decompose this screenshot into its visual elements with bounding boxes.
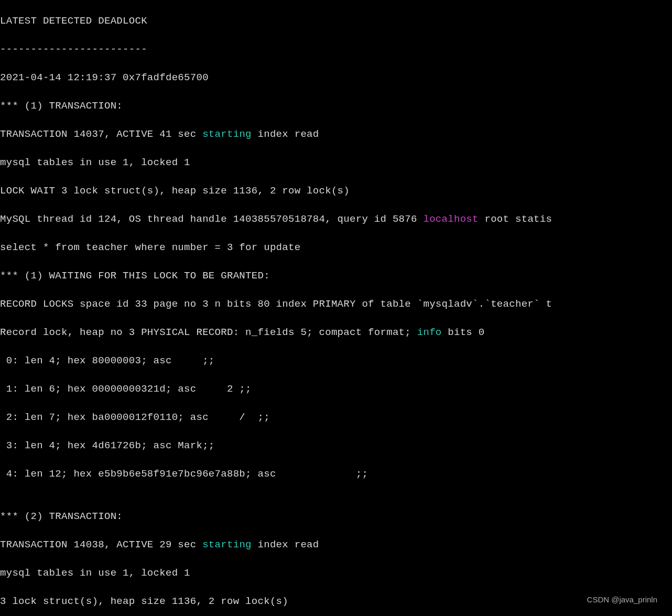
tx1-waiting-header: *** (1) WAITING FOR THIS LOCK TO BE GRAN… xyxy=(0,269,672,283)
keyword-info: info xyxy=(417,327,442,338)
keyword-starting: starting xyxy=(202,128,252,140)
tx1-field-0: 0: len 4; hex 80000003; asc ;; xyxy=(0,354,672,368)
tx1-header: *** (1) TRANSACTION: xyxy=(0,99,672,113)
tx1-field-1: 1: len 6; hex 00000000321d; asc 2 ;; xyxy=(0,382,672,396)
tx1-field-3: 3: len 4; hex 4d61726b; asc Mark;; xyxy=(0,439,672,453)
tx1-lockwait: LOCK WAIT 3 lock struct(s), heap size 11… xyxy=(0,184,672,198)
tx1-record-locks: RECORD LOCKS space id 33 page no 3 n bit… xyxy=(0,297,672,311)
terminal-output: LATEST DETECTED DEADLOCK ---------------… xyxy=(0,0,672,616)
timestamp-line: 2021-04-14 12:19:37 0x7fadfde65700 xyxy=(0,71,672,85)
tx1-thread: MySQL thread id 124, OS thread handle 14… xyxy=(0,212,672,226)
tx1-field-4: 4: len 12; hex e5b9b6e58f91e7bc96e7a88b;… xyxy=(0,467,672,481)
sep-line: ------------------------ xyxy=(0,42,672,57)
header-line: LATEST DETECTED DEADLOCK xyxy=(0,14,672,28)
tx1-active: TRANSACTION 14037, ACTIVE 41 sec startin… xyxy=(0,127,672,142)
tx1-record-lock-detail: Record lock, heap no 3 PHYSICAL RECORD: … xyxy=(0,326,672,340)
tx1-tables: mysql tables in use 1, locked 1 xyxy=(0,156,672,170)
tx2-tables: mysql tables in use 1, locked 1 xyxy=(0,566,672,580)
tx1-field-2: 2: len 7; hex ba0000012f0110; asc / ;; xyxy=(0,410,672,425)
keyword-localhost: localhost xyxy=(423,213,478,225)
watermark: CSDN @java_prinln xyxy=(587,592,657,607)
keyword-starting: starting xyxy=(202,539,252,550)
tx2-lockstruct: 3 lock struct(s), heap size 1136, 2 row … xyxy=(0,595,672,609)
tx1-query: select * from teacher where number = 3 f… xyxy=(0,241,672,255)
tx2-header: *** (2) TRANSACTION: xyxy=(0,510,672,524)
tx2-active: TRANSACTION 14038, ACTIVE 29 sec startin… xyxy=(0,538,672,552)
